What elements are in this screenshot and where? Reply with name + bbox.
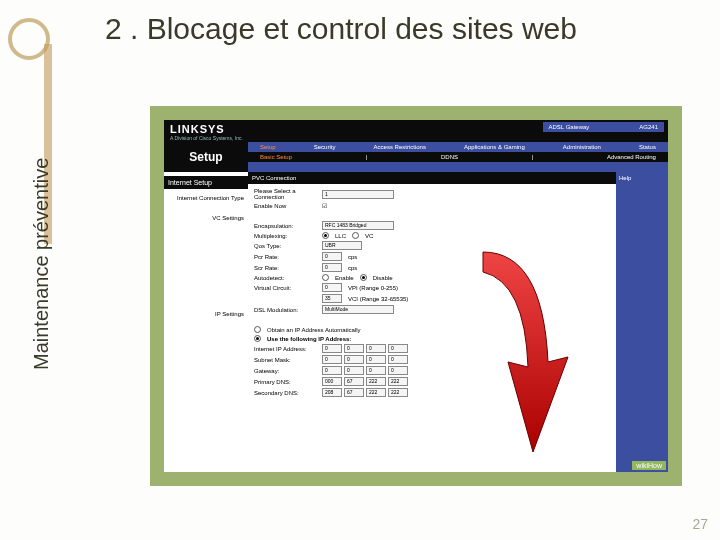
help-link[interactable]: Help bbox=[619, 175, 665, 181]
subtab-sep2: | bbox=[528, 154, 538, 160]
pcr-label: Pcr Rate: bbox=[254, 254, 316, 260]
subnet-oct-3[interactable]: 0 bbox=[366, 355, 386, 364]
dsl-mod-dropdown[interactable]: MultiMode bbox=[322, 305, 394, 314]
sdns-oct-2[interactable]: 67 bbox=[344, 388, 364, 397]
enable-now-checkbox[interactable]: ☑ bbox=[322, 202, 327, 209]
pdns-oct-1[interactable]: 000 bbox=[322, 377, 342, 386]
tab-applications-gaming[interactable]: Applications & Gaming bbox=[460, 144, 529, 150]
gw-oct-2[interactable]: 0 bbox=[344, 366, 364, 375]
encapsulation-dropdown[interactable]: RFC 1483 Bridged bbox=[322, 221, 394, 230]
subnet-oct-2[interactable]: 0 bbox=[344, 355, 364, 364]
tab-access-restrictions[interactable]: Access Restrictions bbox=[370, 144, 430, 150]
brand-subtitle: A Division of Cisco Systems, Inc. bbox=[170, 135, 662, 141]
gw-oct-3[interactable]: 0 bbox=[366, 366, 386, 375]
device-name: ADSL Gateway bbox=[549, 124, 590, 130]
autodetect-label: Autodetect: bbox=[254, 275, 316, 281]
slide-page-number: 27 bbox=[692, 516, 708, 532]
tab-security[interactable]: Security bbox=[310, 144, 340, 150]
subnet-oct-4[interactable]: 0 bbox=[388, 355, 408, 364]
encapsulation-label: Encapsulation: bbox=[254, 223, 316, 229]
select-conn-label: Please Select a Connection bbox=[254, 188, 316, 200]
wikihow-watermark: wikiHow bbox=[632, 461, 666, 470]
obtain-ip-label: Obtain an IP Address Automatically bbox=[267, 327, 361, 333]
gateway-label: Gateway: bbox=[254, 368, 316, 374]
pcr-input[interactable]: 0 bbox=[322, 252, 342, 261]
autodetect-enable-text: Enable bbox=[335, 275, 354, 281]
main-nav: Setup Setup Security Access Restrictions… bbox=[164, 142, 668, 172]
tab-row: Setup Security Access Restrictions Appli… bbox=[248, 142, 668, 152]
multiplexing-label: Multiplexing: bbox=[254, 233, 316, 239]
left-ip-settings: IP Settings bbox=[168, 311, 244, 317]
autodetect-disable-radio[interactable] bbox=[360, 274, 367, 281]
subnet-label: Subnet Mask: bbox=[254, 357, 316, 363]
router-admin-screenshot: LINKSYS A Division of Cisco Systems, Inc… bbox=[164, 120, 668, 472]
pcr-unit: cps bbox=[348, 254, 357, 260]
vci-input[interactable]: 35 bbox=[322, 294, 342, 303]
router-header: LINKSYS A Division of Cisco Systems, Inc… bbox=[164, 120, 668, 142]
scr-unit: cps bbox=[348, 265, 357, 271]
device-model: AG241 bbox=[639, 124, 658, 130]
left-sidebar: Internet Setup Internet Connection Type … bbox=[164, 172, 248, 472]
vci-range: VCI (Range 32-65535) bbox=[348, 296, 408, 302]
vci-label: Virtual Circuit: bbox=[254, 285, 316, 291]
subtab-advanced-routing[interactable]: Advanced Routing bbox=[603, 154, 660, 160]
gw-oct-4[interactable]: 0 bbox=[388, 366, 408, 375]
multiplexing-vc-text: VC bbox=[365, 233, 373, 239]
subtab-row: Basic Setup | DDNS | Advanced Routing bbox=[248, 152, 668, 162]
left-vc-settings: VC Settings bbox=[168, 215, 244, 221]
multiplexing-llc-radio[interactable] bbox=[322, 232, 329, 239]
autodetect-disable-text: Disable bbox=[373, 275, 393, 281]
help-sidebar: Help bbox=[616, 172, 668, 472]
slide-title: 2 . Blocage et control des sites web bbox=[105, 12, 665, 47]
subtab-basic-setup[interactable]: Basic Setup bbox=[256, 154, 296, 160]
autodetect-enable-radio[interactable] bbox=[322, 274, 329, 281]
vpi-range: VPI (Range 0-255) bbox=[348, 285, 398, 291]
sdns-oct-3[interactable]: 222 bbox=[366, 388, 386, 397]
pvc-connection-header: PVC Connection bbox=[248, 172, 616, 184]
pdns-oct-4[interactable]: 222 bbox=[388, 377, 408, 386]
subnet-oct-1[interactable]: 0 bbox=[322, 355, 342, 364]
qos-type-dropdown[interactable]: UBR bbox=[322, 241, 362, 250]
scr-input[interactable]: 0 bbox=[322, 263, 342, 272]
multiplexing-vc-radio[interactable] bbox=[352, 232, 359, 239]
use-following-radio[interactable] bbox=[254, 335, 261, 342]
left-conn-type: Internet Connection Type bbox=[168, 195, 244, 201]
qos-type-label: Qos Type: bbox=[254, 243, 316, 249]
tab-setup[interactable]: Setup bbox=[256, 144, 280, 150]
sidebar-category-label: Maintenance préventive bbox=[30, 158, 53, 370]
device-bar: ADSL Gateway AG241 bbox=[543, 122, 664, 132]
screenshot-frame: LINKSYS A Division of Cisco Systems, Inc… bbox=[150, 106, 682, 486]
pdns-label: Primary DNS: bbox=[254, 379, 316, 385]
subtab-sep1: | bbox=[362, 154, 372, 160]
tab-administration[interactable]: Administration bbox=[559, 144, 605, 150]
pdns-oct-3[interactable]: 222 bbox=[366, 377, 386, 386]
enable-now-label: Enable Now bbox=[254, 203, 316, 209]
obtain-ip-radio[interactable] bbox=[254, 326, 261, 333]
sdns-oct-4[interactable]: 222 bbox=[388, 388, 408, 397]
gw-oct-1[interactable]: 0 bbox=[322, 366, 342, 375]
dsl-mod-label: DSL Modulation: bbox=[254, 307, 316, 313]
settings-panel: PVC Connection Please Select a Connectio… bbox=[248, 172, 616, 472]
internet-ip-label: Internet IP Address: bbox=[254, 346, 316, 352]
subtab-ddns[interactable]: DDNS bbox=[437, 154, 462, 160]
sdns-label: Secondary DNS: bbox=[254, 390, 316, 396]
section-label: Setup bbox=[164, 142, 248, 172]
ip-oct-1[interactable]: 0 bbox=[322, 344, 342, 353]
tab-status[interactable]: Status bbox=[635, 144, 660, 150]
vpi-input[interactable]: 0 bbox=[322, 283, 342, 292]
scr-label: Scr Rate: bbox=[254, 265, 316, 271]
ip-oct-4[interactable]: 0 bbox=[388, 344, 408, 353]
sdns-oct-1[interactable]: 208 bbox=[322, 388, 342, 397]
select-conn-dropdown[interactable]: 1 bbox=[322, 190, 394, 199]
use-following-label: Use the following IP Address: bbox=[267, 336, 351, 342]
multiplexing-llc-text: LLC bbox=[335, 233, 346, 239]
pdns-oct-2[interactable]: 67 bbox=[344, 377, 364, 386]
ip-oct-2[interactable]: 0 bbox=[344, 344, 364, 353]
left-internet-setup: Internet Setup bbox=[164, 176, 248, 189]
ip-oct-3[interactable]: 0 bbox=[366, 344, 386, 353]
